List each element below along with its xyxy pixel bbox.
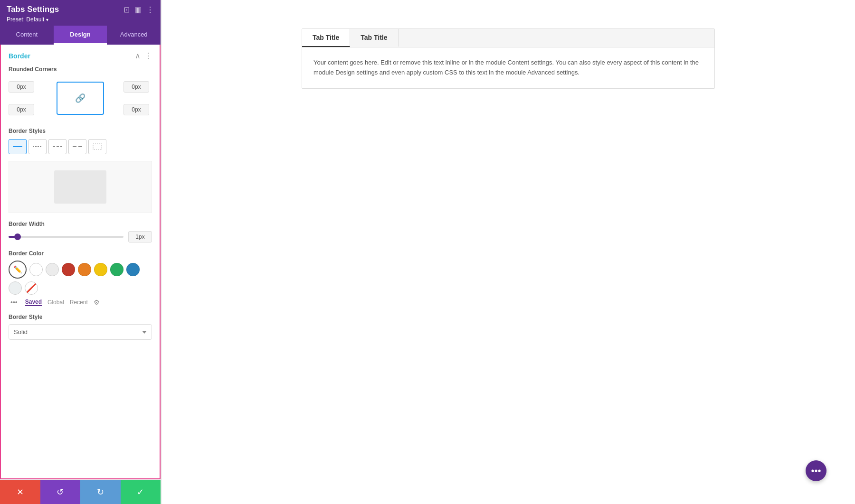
color-settings-icon[interactable]: ⚙ xyxy=(94,299,100,306)
panel-tabs: Content Design Advanced xyxy=(0,26,161,45)
corner-top-left-input[interactable] xyxy=(9,81,34,93)
corner-top-right-input[interactable] xyxy=(124,81,149,93)
preview-tab-2[interactable]: Tab Title xyxy=(350,29,398,47)
svg-rect-4 xyxy=(93,144,102,149)
border-style-buttons xyxy=(9,139,152,154)
rounded-corners-label: Rounded Corners xyxy=(9,66,152,73)
border-color-label: Border Color xyxy=(9,250,152,257)
cancel-button[interactable]: ✕ xyxy=(0,480,40,504)
tabs-preview: Tab Title Tab Title Your content goes he… xyxy=(302,28,715,89)
style-dashed-small-button[interactable] xyxy=(28,139,47,154)
section-title: Border xyxy=(9,52,30,60)
corner-visual: 🔗 xyxy=(39,82,122,115)
fab-icon: ••• xyxy=(811,466,821,476)
color-swatch-green[interactable] xyxy=(110,263,124,276)
more-icon[interactable]: ⋮ xyxy=(146,5,154,14)
border-style-label: Border Style xyxy=(9,314,152,320)
preset-selector[interactable]: Preset: Default ▾ xyxy=(7,16,154,23)
screen-icon[interactable]: ⊡ xyxy=(124,5,130,14)
style-dashed-wide-button[interactable] xyxy=(68,139,86,154)
border-width-slider-row xyxy=(9,231,152,243)
border-width-input[interactable] xyxy=(128,231,152,243)
color-tab-global[interactable]: Global xyxy=(48,299,64,306)
save-button[interactable]: ✓ xyxy=(121,480,161,504)
preset-arrow-icon: ▾ xyxy=(46,17,48,22)
border-preview-inner xyxy=(54,170,106,204)
panel-title: Tabs Settings xyxy=(7,5,59,14)
color-swatch-red[interactable] xyxy=(62,263,75,276)
panel-body: Border ∧ ⋮ Rounded Corners 🔗 xyxy=(0,45,161,479)
fab-button[interactable]: ••• xyxy=(806,460,826,481)
border-width-track xyxy=(9,236,124,238)
color-tab-saved[interactable]: Saved xyxy=(25,299,42,306)
section-header: Border ∧ ⋮ xyxy=(9,51,152,60)
style-none-button[interactable] xyxy=(88,139,106,154)
link-icon[interactable]: 🔗 xyxy=(75,93,86,103)
section-controls: ∧ ⋮ xyxy=(135,51,152,60)
preview-tab-1[interactable]: Tab Title xyxy=(302,29,350,47)
preview-content-text: Your content goes here. Edit or remove t… xyxy=(314,58,703,78)
svg-rect-0 xyxy=(13,146,22,147)
color-swatch-slash[interactable] xyxy=(25,281,38,295)
color-palette: ✏️ xyxy=(9,261,152,295)
style-dashed-medium-button[interactable] xyxy=(48,139,66,154)
undo-button[interactable]: ↺ xyxy=(40,480,81,504)
color-tabs: ••• Saved Global Recent ⚙ xyxy=(9,299,152,306)
color-picker-button[interactable]: ✏️ xyxy=(9,261,27,279)
corner-bottom-left-input[interactable] xyxy=(9,104,34,115)
color-tab-recent[interactable]: Recent xyxy=(70,299,88,306)
corner-bottom-right-input[interactable] xyxy=(124,104,149,115)
border-section: Border ∧ ⋮ Rounded Corners 🔗 xyxy=(1,45,160,346)
canvas-area: Tab Title Tab Title Your content goes he… xyxy=(162,0,855,504)
border-width-label: Border Width xyxy=(9,221,152,227)
color-swatch-blue[interactable] xyxy=(126,263,140,276)
tab-content[interactable]: Content xyxy=(0,26,54,45)
corners-widget: 🔗 xyxy=(9,77,152,119)
left-panel: Tabs Settings ⊡ ▥ ⋮ Preset: Default ▾ Co… xyxy=(0,0,162,504)
preset-label: Preset: Default xyxy=(7,16,44,23)
color-swatch-orange[interactable] xyxy=(78,263,91,276)
eyedropper-icon: ✏️ xyxy=(13,265,22,274)
border-preview xyxy=(9,161,152,213)
border-styles-label: Border Styles xyxy=(9,128,152,134)
color-swatch-white2[interactable] xyxy=(46,263,59,276)
border-style-select[interactable]: Solid Dashed Dotted Double None xyxy=(9,324,152,340)
collapse-button[interactable]: ∧ xyxy=(135,51,141,60)
header-icons: ⊡ ▥ ⋮ xyxy=(124,5,154,14)
color-swatch-white1[interactable] xyxy=(29,263,43,276)
section-options-button[interactable]: ⋮ xyxy=(144,51,152,60)
color-more-icon[interactable]: ••• xyxy=(10,299,18,306)
border-color-section: Border Color ✏️ ••• xyxy=(9,250,152,306)
columns-icon[interactable]: ▥ xyxy=(134,5,142,14)
tab-design[interactable]: Design xyxy=(54,26,107,45)
tab-advanced[interactable]: Advanced xyxy=(107,26,161,45)
tabs-preview-content: Your content goes here. Edit or remove t… xyxy=(302,47,714,88)
corner-box: 🔗 xyxy=(57,82,104,115)
style-solid-button[interactable] xyxy=(9,139,27,154)
panel-footer: ✕ ↺ ↻ ✓ xyxy=(0,479,161,504)
color-swatch-yellow[interactable] xyxy=(94,263,107,276)
tabs-preview-header: Tab Title Tab Title xyxy=(302,29,714,47)
panel-header: Tabs Settings ⊡ ▥ ⋮ Preset: Default ▾ xyxy=(0,0,161,26)
redo-button[interactable]: ↻ xyxy=(80,480,121,504)
color-swatch-lightgray[interactable] xyxy=(9,281,22,295)
slider-thumb[interactable] xyxy=(14,233,21,240)
